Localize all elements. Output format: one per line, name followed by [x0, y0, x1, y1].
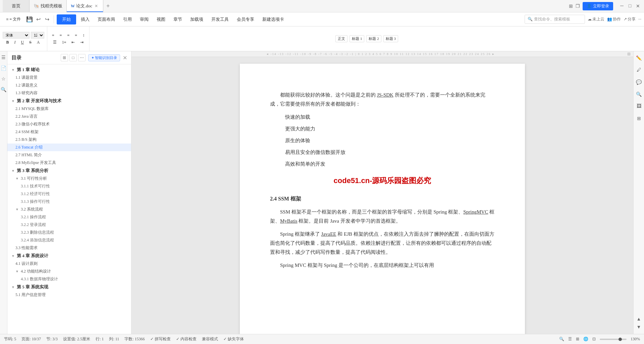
- right-image-icon[interactable]: 🖼: [635, 102, 643, 110]
- content-check-status[interactable]: ✓ 内容检查: [176, 336, 197, 342]
- more-button[interactable]: ···: [638, 17, 641, 22]
- right-search-icon[interactable]: 🔍: [635, 90, 643, 98]
- ref-menu[interactable]: 引用: [120, 12, 135, 26]
- addon-menu[interactable]: 加载项: [187, 12, 207, 26]
- restore-icon[interactable]: ❐: [576, 3, 580, 9]
- right-scroll-down[interactable]: ▼: [635, 323, 643, 331]
- search-box[interactable]: 🔍 查找命令、搜索模板: [525, 15, 585, 24]
- redo-button[interactable]: ↪: [43, 15, 51, 23]
- close-button[interactable]: ✕: [635, 3, 641, 9]
- ai-toc-button[interactable]: ✦ 智能识别目录: [88, 54, 120, 61]
- align-center-button[interactable]: ≡: [58, 32, 64, 39]
- toc-item-active[interactable]: 2.6 Tomcat 介绍: [7, 144, 131, 151]
- align-left-button[interactable]: ≡: [50, 32, 56, 39]
- layout-menu[interactable]: 页面布局: [94, 12, 118, 26]
- toc-content[interactable]: ▼ 第 1 章 绪论 1.1 课题背景 1.2 课题意义 1.3 研究内容 ▼ …: [7, 64, 131, 334]
- toc-item[interactable]: 2.4 SSM 框架: [7, 128, 131, 136]
- register-button[interactable]: 👤 立即登录: [583, 2, 613, 10]
- toc-item[interactable]: ▼ 第 3 章 系统分析: [7, 167, 131, 175]
- right-scroll-up[interactable]: ▲: [635, 315, 643, 323]
- insert-menu[interactable]: 插入: [77, 12, 93, 26]
- font-size-select[interactable]: 12: [31, 32, 44, 39]
- bold-button[interactable]: B: [4, 39, 11, 46]
- tab-doc[interactable]: W 论文.doc ✕: [67, 0, 103, 12]
- toc-item[interactable]: 2.8 MyEclipse 开发工具: [7, 159, 131, 167]
- toc-item[interactable]: 5.1 用户信息管理: [7, 291, 131, 299]
- toc-item[interactable]: 3.1.2 经济可行性: [7, 190, 131, 198]
- review-menu[interactable]: 审阅: [137, 12, 152, 26]
- grid-view-icon[interactable]: ⊞: [569, 3, 573, 9]
- numbering-button[interactable]: 1≡: [60, 39, 68, 46]
- right-expand-icon[interactable]: ⊞: [635, 114, 643, 122]
- align-justify-button[interactable]: ≡: [73, 32, 79, 39]
- toc-item[interactable]: 2.2 Java 语言: [7, 113, 131, 120]
- style-h3[interactable]: 标题 3: [383, 35, 398, 42]
- minimize-button[interactable]: ─: [619, 3, 625, 9]
- style-h1[interactable]: 标题 1: [350, 35, 364, 42]
- toc-item[interactable]: 2.1 MYSQL 数据库: [7, 105, 131, 113]
- toc-item[interactable]: 2.3 微信小程序技术: [7, 120, 131, 128]
- right-format-icon[interactable]: 🖊: [635, 66, 643, 74]
- align-right-button[interactable]: ≡: [65, 32, 72, 39]
- cloud-button[interactable]: ☁ 未上云: [588, 16, 604, 22]
- toc-item[interactable]: ▼ 第 2 章 开发环境与技术: [7, 97, 131, 105]
- toc-collapse-button[interactable]: □: [69, 54, 77, 61]
- font-family-select[interactable]: 宋体: [3, 32, 30, 39]
- italic-button[interactable]: I: [12, 39, 17, 46]
- spellcheck-status[interactable]: ✓ 拼写检查: [150, 336, 171, 342]
- toc-item[interactable]: 3.2.3 删除信息流程: [7, 229, 131, 236]
- devtools-menu[interactable]: 开发工具: [208, 12, 232, 26]
- toc-item[interactable]: ▼ 3.2 系统流程: [7, 206, 131, 213]
- member-menu[interactable]: 会员专享: [233, 12, 258, 26]
- line-spacing-button[interactable]: ↕: [80, 32, 87, 39]
- zoom-thumb[interactable]: [619, 338, 622, 341]
- document-area[interactable]: ◂ -14 -13 -12 -11 -10 -9 -8 -7 -6 -5 -4 …: [131, 51, 633, 334]
- view-icon-read[interactable]: ⊡: [592, 337, 596, 342]
- strikethrough-button[interactable]: S: [27, 39, 34, 46]
- style-normal[interactable]: 正文: [335, 35, 347, 42]
- toc-item[interactable]: 1.2 课题意义: [7, 81, 131, 89]
- toc-item[interactable]: 4.1 设计原则: [7, 260, 131, 268]
- toc-item[interactable]: 2.7 HTML 简介: [7, 151, 131, 159]
- right-comment-icon[interactable]: 💬: [635, 78, 643, 86]
- zoom-slider[interactable]: [600, 339, 627, 340]
- toc-item[interactable]: ▼ 第 4 章 系统设计: [7, 252, 131, 260]
- missing-font-status[interactable]: ✓ 缺失字体: [223, 336, 244, 342]
- start-tab-button[interactable]: 开始: [57, 14, 76, 24]
- bullets-button[interactable]: ☰: [51, 39, 59, 46]
- add-tab-button[interactable]: +: [103, 1, 113, 11]
- undo-button[interactable]: ↩: [34, 15, 42, 23]
- indent-decrease-button[interactable]: ⇤: [69, 39, 77, 46]
- maximize-button[interactable]: □: [627, 3, 633, 9]
- toc-item[interactable]: 4.3.1 数据库物理设计: [7, 275, 131, 283]
- sidebar-favorite-icon[interactable]: ☆: [0, 75, 7, 82]
- close-tab-icon[interactable]: ✕: [94, 3, 99, 9]
- underline-button[interactable]: U: [19, 39, 26, 46]
- save-button[interactable]: 💾: [25, 15, 34, 23]
- tab-home[interactable]: 首页: [3, 0, 30, 12]
- toc-item[interactable]: 1.3 研究内容: [7, 89, 131, 97]
- sidebar-bookmark-icon[interactable]: 📄: [0, 65, 7, 71]
- document-page[interactable]: 都能获得比较好的体验。这个问题是之前的 JS-SDK 所处理不了的，需要一个全新…: [240, 64, 525, 334]
- view-menu[interactable]: 视图: [153, 12, 169, 26]
- newtab-menu[interactable]: 新建选项卡: [259, 12, 287, 26]
- chapter-menu[interactable]: 章节: [170, 12, 185, 26]
- indent-increase-button[interactable]: ⇥: [78, 39, 86, 46]
- toc-item[interactable]: 3.2.1 操作流程: [7, 213, 131, 221]
- toc-more-button[interactable]: ⋯: [78, 54, 86, 61]
- toc-item[interactable]: 1.1 课题背景: [7, 74, 131, 81]
- sidebar-toc-icon[interactable]: ☰: [0, 54, 7, 61]
- view-icon-grid[interactable]: ⊞: [576, 337, 579, 342]
- toc-item[interactable]: ▼ 第 5 章 系统实现: [7, 283, 131, 291]
- toc-item[interactable]: ▼ 3.1 可行性分析: [7, 175, 131, 182]
- toc-item[interactable]: 3.1.3 操作可行性: [7, 198, 131, 206]
- toc-item[interactable]: 3.3 性能需求: [7, 244, 131, 252]
- toc-item[interactable]: 3.1.1 技术可行性: [7, 182, 131, 190]
- toc-close-button[interactable]: ✕: [123, 55, 127, 61]
- toc-expand-button[interactable]: ⊞: [61, 54, 68, 61]
- share-button[interactable]: ↗ 分享: [624, 16, 636, 22]
- right-edit-icon[interactable]: ✏️: [635, 54, 643, 62]
- sidebar-search-icon[interactable]: 🔍: [0, 86, 7, 93]
- view-icon-doc[interactable]: 🔍: [559, 337, 564, 342]
- toc-item[interactable]: 2.5 B/S 架构: [7, 136, 131, 144]
